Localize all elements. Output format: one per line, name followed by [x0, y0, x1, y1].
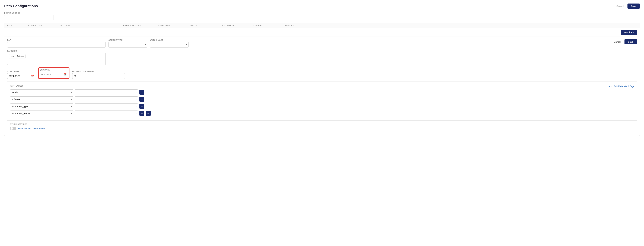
col-patterns: PATTERNS	[60, 25, 123, 27]
new-path-area: New Path	[4, 28, 640, 37]
source-type-group: SOURCE TYPE	[108, 39, 147, 48]
watch-mode-select[interactable]	[150, 42, 189, 48]
label-value-select-3[interactable]	[75, 111, 138, 116]
end-date-highlighted-wrapper: END DATE 📅	[38, 67, 70, 79]
section-divider	[7, 81, 637, 82]
label-add-button[interactable]: +	[146, 111, 151, 116]
label-key-select-wrapper-3: instrument_model ▾	[10, 111, 73, 116]
watch-mode-group: WATCH MODE	[150, 39, 189, 48]
patterns-section: PATTERNS + Add Pattern	[7, 50, 637, 65]
start-date-input[interactable]	[7, 73, 35, 79]
add-edit-metadata-link[interactable]: Add / Edit Metadata & Tags	[608, 85, 634, 88]
watch-mode-label: WATCH MODE	[150, 39, 189, 41]
table-header: PATH SOURCE TYPE PATTERNS CHANGE INTERVA…	[4, 24, 640, 28]
label-remove-button-2[interactable]: −	[140, 104, 144, 109]
path-labels-header: PATH LABELS Add / Edit Metadata & Tags	[10, 85, 634, 88]
end-date-input[interactable]	[40, 72, 68, 77]
dates-row: START DATE 📅 END DATE 📅	[7, 67, 637, 79]
label-value-select-wrapper-1: ▾	[75, 96, 138, 102]
label-remove-button-1[interactable]: −	[140, 97, 144, 102]
label-key-select-3[interactable]: instrument_model	[10, 111, 73, 116]
header-actions: Cancel Save	[614, 4, 640, 9]
path-field-group: PATH	[7, 39, 106, 48]
source-type-select[interactable]	[108, 42, 147, 48]
watch-mode-select-wrapper	[150, 42, 189, 48]
label-row-0: vendor ▾ ▾ −	[10, 89, 634, 95]
path-input[interactable]	[7, 42, 106, 48]
label-key-select-wrapper-1: software ▾	[10, 96, 73, 102]
add-pattern-button[interactable]: + Add Pattern	[9, 54, 26, 58]
page-title: Path Configurations	[4, 4, 38, 8]
patterns-label: PATTERNS	[7, 50, 637, 52]
interval-group: INTERVAL (SECONDS)	[72, 71, 125, 79]
other-settings-section: OTHER SETTINGS Fetch OS file / folder ow…	[7, 121, 637, 133]
fetch-os-label: Fetch OS file / folder owner	[18, 127, 46, 130]
fetch-os-toggle[interactable]	[10, 127, 16, 130]
form-actions: Cancel Save	[192, 39, 637, 44]
form-row-1: PATH SOURCE TYPE WATCH MODE	[7, 39, 637, 48]
form-cancel-save: Cancel Save	[612, 39, 637, 44]
col-source-type: SOURCE TYPE	[28, 25, 60, 27]
interval-label: INTERVAL (SECONDS)	[72, 71, 125, 73]
label-key-select-wrapper-0: vendor ▾	[10, 89, 73, 95]
label-value-select-2[interactable]	[75, 103, 138, 109]
start-date-label: START DATE	[7, 71, 35, 73]
col-path: PATH	[7, 25, 28, 27]
start-date-input-wrapper: 📅	[7, 73, 35, 79]
label-key-select-wrapper-2: instrument_type ▾	[10, 103, 73, 109]
form-save-button[interactable]: Save	[624, 39, 637, 44]
label-row-3: instrument_model ▾ ▾ − +	[10, 111, 634, 116]
path-label: PATH	[7, 39, 106, 41]
col-actions: ACTIONS	[285, 25, 306, 27]
form-cancel-button[interactable]: Cancel	[612, 40, 623, 44]
start-date-group: START DATE 📅	[7, 71, 35, 79]
other-settings-label: OTHER SETTINGS	[10, 123, 634, 125]
end-date-group: END DATE 📅	[40, 69, 68, 77]
col-end-date: END DATE	[190, 25, 222, 27]
header-cancel-button[interactable]: Cancel	[614, 4, 626, 9]
label-value-select-wrapper-0: ▾	[75, 89, 138, 95]
path-labels-label: PATH LABELS	[10, 85, 24, 87]
path-labels-section: PATH LABELS Add / Edit Metadata & Tags v…	[7, 82, 637, 121]
interval-input[interactable]	[72, 73, 125, 79]
label-remove-button-0[interactable]: −	[140, 90, 144, 95]
label-value-select-wrapper-2: ▾	[75, 103, 138, 109]
new-path-button[interactable]: New Path	[621, 30, 637, 35]
label-row-1: software ▾ ▾ −	[10, 96, 634, 102]
label-key-select-0[interactable]: vendor	[10, 89, 73, 95]
source-type-select-wrapper	[108, 42, 147, 48]
label-value-select-1[interactable]	[75, 96, 138, 102]
table-container: PATH SOURCE TYPE PATTERNS CHANGE INTERVA…	[4, 23, 640, 136]
col-watch-mode: WATCH MODE	[222, 25, 253, 27]
label-row-2: instrument_type ▾ ▾ −	[10, 103, 634, 109]
col-archive: ARCHIVE	[253, 25, 285, 27]
toggle-slider	[10, 127, 16, 130]
header-save-button[interactable]: Save	[628, 4, 640, 9]
destination-id-section: DESTINATION ID	[4, 12, 640, 21]
inline-form: PATH SOURCE TYPE WATCH MODE	[4, 37, 640, 136]
label-remove-button-3[interactable]: −	[140, 111, 144, 116]
destination-id-input[interactable]	[4, 15, 54, 21]
toggle-row: Fetch OS file / folder owner	[10, 127, 634, 130]
label-value-select-0[interactable]	[75, 89, 138, 95]
label-value-select-wrapper-3: ▾	[75, 111, 138, 116]
patterns-box: + Add Pattern	[7, 53, 106, 65]
label-key-select-2[interactable]: instrument_type	[10, 103, 73, 109]
label-key-select-1[interactable]: software	[10, 96, 73, 102]
end-date-label: END DATE	[40, 69, 68, 71]
col-change-interval: CHANGE INTERVAL	[123, 25, 158, 27]
destination-id-label: DESTINATION ID	[4, 12, 640, 14]
col-start-date: START DATE	[158, 25, 190, 27]
end-date-input-wrapper: 📅	[40, 72, 68, 77]
source-type-label: SOURCE TYPE	[108, 39, 147, 41]
